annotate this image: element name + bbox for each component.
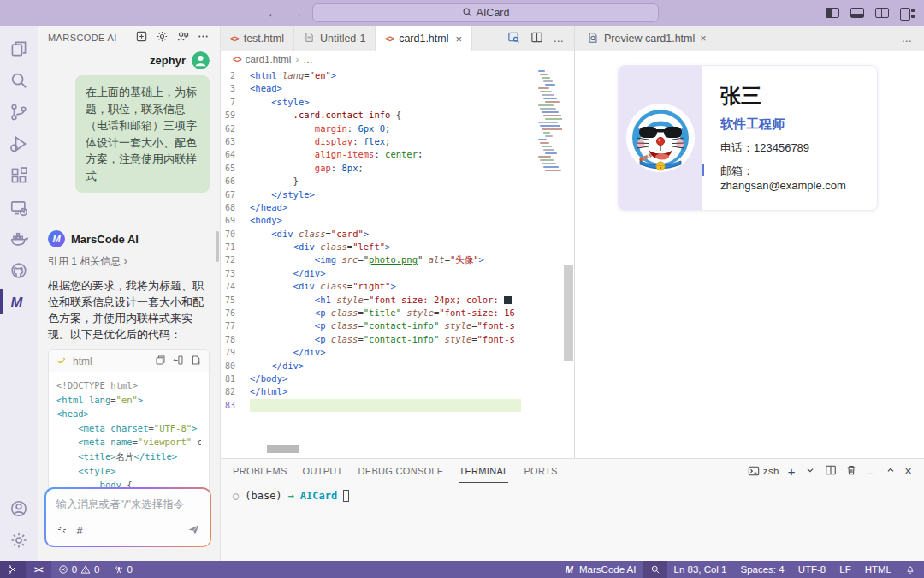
copy-code-icon[interactable] [155, 355, 166, 368]
minimap[interactable] [538, 70, 562, 182]
eol-status[interactable]: LF [832, 561, 857, 578]
maximize-panel-icon[interactable] [885, 464, 897, 478]
sidebar-more-icon[interactable] [197, 30, 210, 45]
tab-terminal[interactable]: TERMINAL [459, 459, 508, 483]
breadcrumb-separator: › [295, 54, 299, 64]
remote-indicator[interactable]: >< [26, 561, 51, 578]
settings-gear-icon[interactable] [0, 524, 38, 556]
tab-card1-html[interactable]: <> card1.html × [376, 26, 472, 51]
line-number: 80 [221, 360, 250, 372]
close-tab-icon[interactable]: × [455, 33, 462, 45]
tab-problems[interactable]: PROBLEMS [233, 459, 287, 483]
chat-input-box[interactable]: 输入消息或者"/"来选择指令 # [44, 487, 211, 547]
breadcrumb[interactable]: <> card1.html › … [221, 51, 574, 67]
forward-arrow-icon[interactable]: → [291, 6, 303, 20]
titlebar: ← → AICard [0, 0, 924, 26]
explorer-icon[interactable] [0, 33, 38, 64]
toggle-sidebar-icon[interactable] [826, 8, 839, 18]
chat-settings-gear-icon[interactable] [156, 30, 169, 45]
editor-vertical-scrollbar[interactable] [564, 265, 573, 361]
sidebar-scrollbar[interactable] [216, 231, 219, 262]
code-line: 83 [221, 399, 574, 412]
new-terminal-icon[interactable]: + [788, 464, 796, 479]
terminal-dropdown-icon[interactable] [804, 464, 816, 478]
open-preview-icon[interactable] [507, 31, 520, 46]
tab-untitled-1[interactable]: Untitled-1 [294, 26, 376, 51]
code-line: 67 </style> [221, 188, 574, 201]
preview-more-icon[interactable]: … [902, 33, 913, 45]
tab-output[interactable]: OUTPUT [303, 459, 343, 483]
ports-status[interactable]: 0 [107, 561, 139, 578]
line-number: 79 [221, 346, 250, 359]
citation-link[interactable]: 引用 1 相关信息 › [48, 254, 210, 269]
marscode-logo: M [48, 230, 65, 247]
editor-group: <> test.html Untitled-1 <> card1.html × [221, 26, 575, 458]
status-bar: >< 0 0 0 M MarsCode AI Ln 83, Col 1 Spac… [0, 561, 924, 578]
code-line: 64 align-items: center; [221, 148, 574, 161]
insert-code-icon[interactable] [173, 355, 184, 368]
agent-profile-icon[interactable] [176, 30, 189, 45]
notifications-bell-icon[interactable] [898, 561, 924, 578]
close-preview-icon[interactable]: × [700, 33, 706, 45]
html-lang-bird-icon [56, 354, 68, 368]
remote-explorer-icon[interactable] [0, 191, 38, 223]
minimap-line [540, 74, 548, 75]
extensions-icon[interactable] [0, 159, 38, 191]
code-line: 63 display: flex; [221, 135, 574, 148]
command-center-search[interactable]: AICard [312, 3, 659, 22]
run-debug-icon[interactable] [0, 128, 38, 159]
toggle-panel-icon[interactable] [850, 8, 864, 18]
new-file-from-code-icon[interactable] [191, 355, 202, 368]
breadcrumb-file[interactable]: card1.html [246, 54, 292, 64]
back-arrow-icon[interactable]: ← [267, 6, 279, 20]
indentation-status[interactable]: Spaces: 4 [734, 561, 791, 578]
tab-debug-console[interactable]: DEBUG CONSOLE [358, 459, 444, 483]
code-line: 77 <p class="contact-info" style="font-s [221, 319, 574, 332]
toggle-secondary-sidebar-icon[interactable] [875, 8, 889, 18]
code-line: 80 </div> [221, 360, 574, 372]
tab-test-html[interactable]: <> test.html [221, 26, 294, 51]
scissors-icon[interactable] [0, 561, 26, 578]
context-hash-button[interactable]: # [77, 524, 83, 537]
tab-ports[interactable]: PORTS [524, 459, 557, 483]
preview-content: 张三 软件工程师 电话：123456789 邮箱：zhangsan@exampl… [575, 51, 924, 458]
minimap-line [542, 146, 552, 147]
search-sidebar-icon[interactable] [0, 64, 38, 96]
minimap-line [545, 170, 561, 171]
docker-icon[interactable] [0, 223, 38, 254]
card-email: 邮箱：zhangsan@example.com [720, 164, 877, 192]
code-editor[interactable]: 2<html lang="en">3<head>7 <style>59 .car… [221, 67, 574, 458]
language-mode[interactable]: HTML [858, 561, 898, 578]
send-icon[interactable] [187, 523, 200, 539]
prompt-directory: AICard [300, 490, 337, 502]
line-number: 83 [221, 399, 250, 412]
breadcrumb-more[interactable]: … [303, 54, 313, 64]
user-avatar[interactable] [192, 51, 210, 69]
preview-tab-label[interactable]: Preview card1.html [604, 33, 695, 45]
source-control-icon[interactable] [0, 96, 38, 128]
preview-group: Preview card1.html × … [575, 26, 924, 458]
search-icon [462, 7, 472, 20]
customize-layout-icon[interactable] [900, 8, 915, 19]
code-line: 82</html> [221, 385, 574, 398]
commands-sparkle-icon[interactable] [56, 524, 68, 538]
editor-horizontal-scrollbar[interactable] [267, 445, 299, 453]
new-chat-icon[interactable] [135, 30, 148, 45]
cursor-position[interactable]: Ln 83, Col 1 [667, 561, 734, 578]
kill-terminal-trash-icon[interactable] [845, 464, 857, 478]
split-terminal-icon[interactable] [825, 464, 837, 478]
marscode-ai-icon[interactable]: M [0, 286, 38, 318]
marscode-status[interactable]: M MarsCode AI [559, 561, 643, 578]
code-line: <meta name="viewport" co [56, 435, 201, 450]
close-panel-icon[interactable]: × [905, 464, 912, 478]
problems-status[interactable]: 0 0 [51, 561, 107, 578]
account-icon[interactable] [0, 492, 38, 524]
split-editor-icon[interactable] [530, 31, 543, 46]
encoding-status[interactable]: UTF-8 [791, 561, 833, 578]
editor-more-icon[interactable]: … [554, 33, 565, 45]
github-icon[interactable] [0, 254, 38, 286]
terminal-shell-selector[interactable]: zsh [748, 465, 779, 477]
panel-more-icon[interactable]: … [866, 466, 876, 476]
zoom-status-icon[interactable] [643, 561, 667, 578]
terminal-content[interactable]: ○ (base) → AICard [221, 483, 924, 502]
